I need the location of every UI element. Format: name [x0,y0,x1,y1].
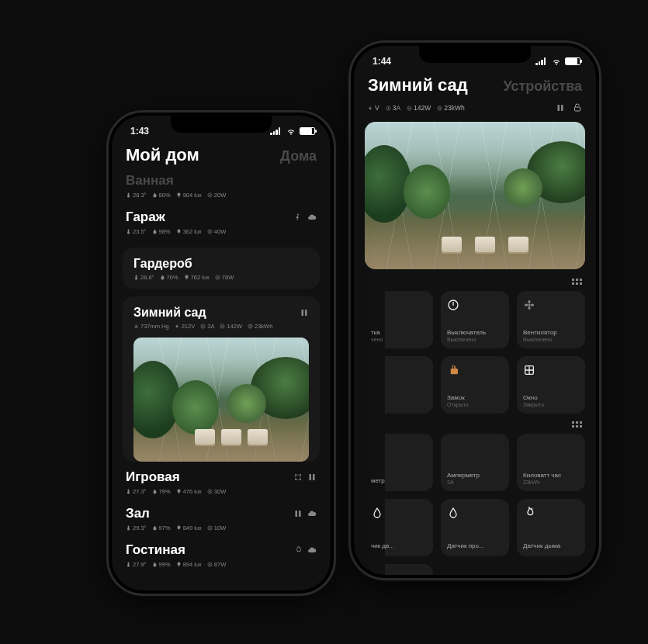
cloud-icon [307,213,317,222]
signal-icon [535,57,548,65]
grid-icon [293,473,303,482]
status-time: 1:43 [130,126,149,137]
drop2-icon [447,507,459,519]
device-tile[interactable]: ВыключательВыключено [441,291,509,348]
column-icon[interactable] [556,103,565,113]
room-item[interactable]: Гараж 23.5°98%362 lux40W [112,209,331,246]
phone-right: 1:44 Зимний сад Устройства V 3A 142W 23k… [351,43,599,578]
device-tile[interactable]: ЗамокОткрыто [441,356,509,414]
device-tile[interactable] [365,356,433,414]
room-item[interactable]: Ванная 28.3°80%904 lux20W [112,173,331,209]
room-item[interactable]: Гостиная 27.9°99%894 lux87W [112,542,331,579]
column-icon [293,509,303,518]
unlock-icon[interactable] [573,103,582,113]
room-image[interactable] [365,122,585,269]
page-title: Мой дом [126,145,199,165]
room-card-winter-garden[interactable]: Зимний сад 737mm Hg212V3A142W23kWh [123,296,320,462]
battery-icon [300,127,315,135]
room-card[interactable]: Гардероб 28.6°76%762 lux78W [123,248,320,289]
room-image [133,338,309,462]
device-tile[interactable]: етр [365,564,433,575]
room-item[interactable]: Зал 29.3°97%849 lux10W [112,506,331,542]
phone-left: 1:43 Мой дом Дома Ванная 28.3°80%904 lux… [109,113,334,594]
flame-icon [293,545,303,555]
drop-icon [371,507,383,519]
grid-view-icon[interactable] [572,421,582,428]
page-title: Зимний сад [368,75,468,95]
fan-icon [523,299,535,311]
tab-devices[interactable]: Устройства [503,78,582,95]
device-tile[interactable]: ткачено [365,291,433,348]
grid-view-icon[interactable] [572,279,582,285]
window-icon [523,364,535,376]
wifi-icon [551,56,562,67]
motion-icon [293,213,303,222]
device-tile[interactable]: Амперметр3A [441,434,509,491]
column-icon [307,473,317,482]
room-item[interactable]: Игровая 27.3°79%476 lux30W [112,469,331,506]
device-tile[interactable]: ВентиляторВыключено [517,291,585,348]
device-tile[interactable]: метр [365,434,433,491]
battery-icon [565,57,580,65]
device-tile[interactable]: чик дв... [365,499,433,556]
tab-homes[interactable]: Дома [280,148,317,164]
lock-icon [447,364,459,376]
notch [171,116,272,133]
wifi-icon [286,126,296,137]
device-tile[interactable]: Датчик дыма [517,499,585,556]
cloud-icon [307,545,317,555]
signal-icon [270,127,282,135]
status-time: 1:44 [373,56,391,67]
cloud-icon [307,509,317,518]
notch [419,46,531,63]
device-tile[interactable]: Киловатт час23kWh [517,434,585,491]
power-icon [447,299,459,311]
device-tile[interactable]: ОкноЗакрыто [517,356,585,414]
flame-icon [523,507,535,519]
room-stats: V 3A 142W 23kWh [354,103,596,119]
device-tile[interactable]: Датчик про... [441,499,509,556]
column-icon [300,308,309,317]
